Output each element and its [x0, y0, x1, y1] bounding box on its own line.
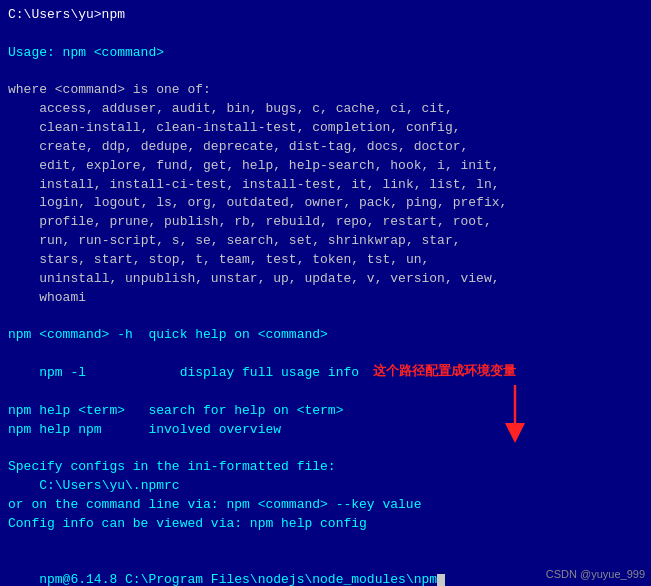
line-usage: Usage: npm <command> — [8, 44, 643, 63]
line-cmd-6: login, logout, ls, org, outdated, owner,… — [8, 194, 643, 213]
watermark: CSDN @yuyue_999 — [546, 568, 645, 580]
line-blank-3 — [8, 308, 643, 327]
line-cmd-2: clean-install, clean-install-test, compl… — [8, 119, 643, 138]
line-help-2-text: npm -l display full usage info — [39, 365, 359, 380]
line-cmdline: or on the command line via: npm <command… — [8, 496, 643, 515]
cursor — [437, 574, 445, 586]
line-where: where <command> is one of: — [8, 81, 643, 100]
annotation-text: 这个路径配置成环境变量 — [373, 362, 516, 380]
line-cmd-9: stars, start, stop, t, team, test, token… — [8, 251, 643, 270]
line-cmd-8: run, run-script, s, se, search, set, shr… — [8, 232, 643, 251]
line-config: Config info can be viewed via: npm help … — [8, 515, 643, 534]
line-cmd-7: profile, prune, publish, rb, rebuild, re… — [8, 213, 643, 232]
line-help-1: npm <command> -h quick help on <command> — [8, 326, 643, 345]
svg-marker-1 — [505, 423, 525, 443]
line-version-text: npm@6.14.8 C:\Program Files\nodejs\node_… — [39, 572, 437, 586]
line-cmd-1: access, adduser, audit, bin, bugs, c, ca… — [8, 100, 643, 119]
line-blank-5 — [8, 534, 643, 553]
line-prompt: C:\Users\yu>npm — [8, 6, 643, 25]
line-blank-2 — [8, 63, 643, 82]
line-cmd-11: whoami — [8, 289, 643, 308]
line-specify: Specify configs in the ini-formatted fil… — [8, 458, 643, 477]
line-help-4: npm help npm involved overview — [8, 421, 643, 440]
annotation-arrow — [500, 385, 530, 445]
line-help-2-container: npm -l display full usage info — [8, 345, 643, 402]
line-cmd-3: create, ddp, dedupe, deprecate, dist-tag… — [8, 138, 643, 157]
line-npmrc: C:\Users\yu\.npmrc — [8, 477, 643, 496]
line-cmd-5: install, install-ci-test, install-test, … — [8, 176, 643, 195]
line-cmd-10: uninstall, unpublish, unstar, up, update… — [8, 270, 643, 289]
terminal-window: C:\Users\yu>npm Usage: npm <command> whe… — [0, 0, 651, 586]
line-blank-4 — [8, 439, 643, 458]
line-help-3: npm help <term> search for help on <term… — [8, 402, 643, 421]
line-blank-1 — [8, 25, 643, 44]
line-cmd-4: edit, explore, fund, get, help, help-sea… — [8, 157, 643, 176]
